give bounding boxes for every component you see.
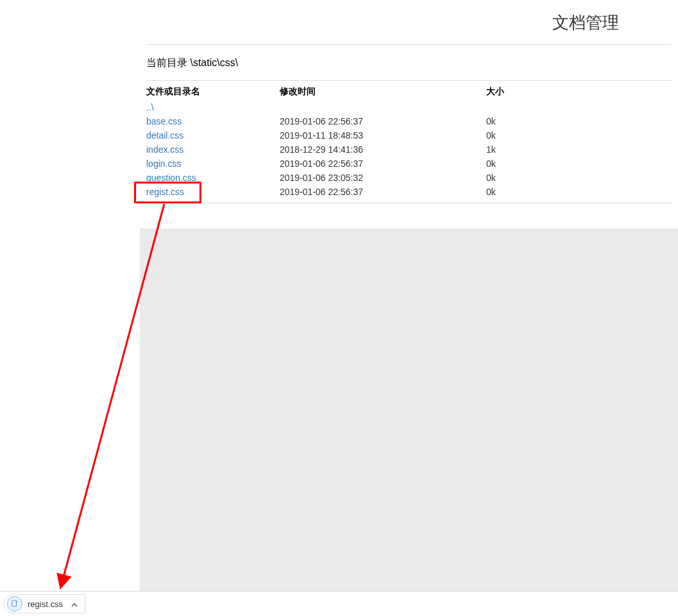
col-name: 文件或目录名 bbox=[146, 86, 280, 98]
css-file-icon bbox=[7, 596, 22, 612]
parent-dir-row[interactable]: ..\ bbox=[140, 100, 678, 114]
current-dir-path: \static\css\ bbox=[190, 57, 238, 68]
file-modified: 2019-01-06 22:56:37 bbox=[280, 115, 486, 128]
file-link[interactable]: detail.css bbox=[146, 130, 183, 141]
download-bar: regist.css bbox=[0, 591, 678, 616]
chevron-up-icon[interactable] bbox=[71, 600, 78, 608]
file-link[interactable]: index.css bbox=[146, 144, 183, 155]
file-link[interactable]: base.css bbox=[146, 116, 182, 126]
download-item[interactable]: regist.css bbox=[4, 594, 85, 613]
file-link[interactable]: question.css bbox=[146, 173, 196, 183]
current-dir-label: 当前目录 bbox=[146, 57, 187, 68]
table-row: index.css 2018-12-29 14:41:36 1k bbox=[140, 142, 678, 157]
page-title: 文档管理 bbox=[140, 6, 678, 44]
file-modified: 2019-01-06 22:56:37 bbox=[280, 185, 486, 198]
file-link[interactable]: regist.css bbox=[146, 187, 184, 197]
file-modified: 2019-01-06 22:56:37 bbox=[280, 157, 486, 170]
parent-dir-link[interactable]: ..\ bbox=[146, 102, 154, 112]
file-manager-panel: 文档管理 当前目录 \static\css\ 文件或目录名 修改时间 大小 ..… bbox=[140, 0, 678, 228]
current-dir: 当前目录 \static\css\ bbox=[140, 45, 678, 80]
table-row: login.css 2019-01-06 22:56:37 0k bbox=[140, 157, 678, 171]
sidebar bbox=[0, 0, 140, 616]
table-header: 文件或目录名 修改时间 大小 bbox=[140, 81, 678, 100]
download-file-name: regist.css bbox=[28, 599, 63, 609]
file-link[interactable]: login.css bbox=[146, 158, 181, 169]
file-size: 0k bbox=[486, 129, 672, 142]
divider bbox=[146, 203, 672, 203]
file-modified: 2019-01-06 23:05:32 bbox=[280, 171, 486, 184]
table-row: base.css 2019-01-06 22:56:37 0k bbox=[140, 114, 678, 128]
svg-rect-1 bbox=[12, 601, 17, 606]
file-size: 1k bbox=[486, 143, 672, 156]
table-row: detail.css 2019-01-11 18:48:53 0k bbox=[140, 128, 678, 142]
file-size: 0k bbox=[486, 157, 672, 170]
col-modified: 修改时间 bbox=[280, 86, 486, 98]
file-modified: 2019-01-11 18:48:53 bbox=[280, 129, 486, 142]
file-size: 0k bbox=[486, 115, 672, 128]
file-size: 0k bbox=[486, 185, 672, 198]
file-modified: 2018-12-29 14:41:36 bbox=[280, 143, 486, 156]
table-row: regist.css 2019-01-06 22:56:37 0k bbox=[140, 185, 678, 199]
file-size: 0k bbox=[486, 171, 672, 184]
col-size: 大小 bbox=[486, 86, 672, 98]
table-row: question.css 2019-01-06 23:05:32 0k bbox=[140, 171, 678, 185]
